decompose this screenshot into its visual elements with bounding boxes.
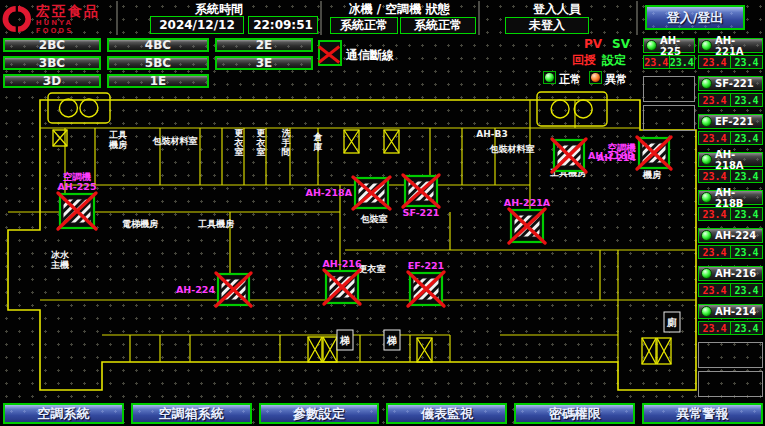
header-separator <box>116 1 118 35</box>
device-led-icon <box>646 40 657 51</box>
nav-button-1[interactable]: 空調系統 <box>3 403 124 424</box>
sv-name-label: 設定 <box>602 52 626 69</box>
stair-shaft-icon <box>308 337 322 362</box>
comm-offline-label: 通信斷線 <box>346 47 394 64</box>
device-pv-value: 23.4 <box>699 246 731 258</box>
floor-button-5bc[interactable]: 5BC <box>107 56 209 70</box>
floor-button-3bc[interactable]: 3BC <box>3 56 101 70</box>
stair-shaft-icon <box>384 130 399 153</box>
device-tile-ah-221a[interactable]: AH-221A <box>698 38 763 53</box>
map-unit-ah-225-label: AH-225 <box>57 181 96 192</box>
device-pv-value: 23.4 <box>644 56 670 68</box>
bottom-nav: 空調系統空調箱系統參數設定儀表監視密碼權限異常警報 <box>3 403 763 424</box>
hmi-screen: 宏亞食品 HUNYA FOODS 系統時間 2024/12/12 22:09:5… <box>0 0 765 426</box>
device-sv-value: 23.4 <box>731 56 762 68</box>
device-name: SF-221 <box>715 78 754 89</box>
device-values-ah-221a: 23.423.4 <box>698 55 763 69</box>
map-unit-sf-221-label: SF-221 <box>403 207 440 218</box>
device-tile-ah-224[interactable]: AH-224 <box>698 228 763 243</box>
nav-button-6[interactable]: 異常警報 <box>642 403 763 424</box>
device-tile-sf-221[interactable]: SF-221 <box>698 76 763 91</box>
machine-status-label: 冰機 / 空調機 狀態 <box>322 1 476 18</box>
floor-button-1e[interactable]: 1E <box>107 74 209 88</box>
map-unit-ah-218a-label: AH-218A <box>306 187 353 198</box>
device-tile-ah-218a[interactable]: AH-218A <box>698 152 763 167</box>
device-values-sf-221: 23.423.4 <box>698 93 763 107</box>
empty-device-slot <box>698 371 763 397</box>
device-name: AH-218B <box>715 187 762 209</box>
room-label: 機房 <box>642 170 662 180</box>
map-unit-ah-221a-label: AH-221A <box>504 197 551 208</box>
sv-header: SV <box>612 37 630 51</box>
device-sv-value: 23.4 <box>731 94 762 106</box>
device-tile-ah-214[interactable]: AH-214 <box>698 304 763 319</box>
device-pv-value: 23.4 <box>699 94 731 106</box>
room-label: 工具 <box>109 130 127 140</box>
device-sv-value: 23.4 <box>731 170 762 182</box>
floor-button-2bc[interactable]: 2BC <box>3 38 101 52</box>
map-unit-ef-221-label: EF-221 <box>408 260 444 271</box>
device-tile-ah-225[interactable]: AH-225 <box>643 38 695 53</box>
room-label: 主機 <box>50 260 69 270</box>
floor-button-2e[interactable]: 2E <box>215 38 313 52</box>
system-clock-value: 22:09:51 <box>248 16 318 34</box>
device-pv-value: 23.4 <box>699 208 731 220</box>
device-sv-value: 23.4 <box>731 132 762 144</box>
device-pv-value: 23.4 <box>699 170 731 182</box>
header-separator <box>636 1 638 35</box>
device-name: AH-224 <box>715 230 756 241</box>
device-pv-value: 23.4 <box>699 322 731 334</box>
device-sv-value: 23.4 <box>731 284 762 296</box>
device-tile-ah-218b[interactable]: AH-218B <box>698 190 763 205</box>
room-label: 包裝材料室 <box>152 136 198 146</box>
room-label: 洗手間 <box>281 128 292 157</box>
device-pv-value: 23.4 <box>699 284 731 296</box>
stair-shaft-icon <box>642 338 656 364</box>
device-name: EF-221 <box>715 116 753 127</box>
device-sv-value: 23.4 <box>731 246 762 258</box>
floor-button-3e[interactable]: 3E <box>215 56 313 70</box>
floor-plan: 工具機房包裝材料室更衣室更衣室洗手間倉庫AH-B3包裝材料室工具機房機房電梯機房… <box>0 90 698 395</box>
device-values-ah-225: 23.423.4 <box>643 55 695 69</box>
floor-button-3d[interactable]: 3D <box>3 74 101 88</box>
room-label: 更衣室 <box>359 264 386 274</box>
map-unit-ah-214-label: AH-214 <box>597 152 636 163</box>
room-label: 廁 <box>666 317 677 328</box>
elevator-icon <box>537 92 607 126</box>
floor-button-4bc[interactable]: 4BC <box>107 38 209 52</box>
device-pv-value: 23.4 <box>699 132 731 144</box>
chiller-status-value: 系統正常 <box>330 17 398 34</box>
device-led-icon <box>701 116 712 127</box>
map-unit-ah-224-label: AH-224 <box>176 284 215 295</box>
room-label: AH-B3 <box>476 129 507 139</box>
nav-button-2[interactable]: 空調箱系統 <box>131 403 252 424</box>
nav-button-3[interactable]: 參數設定 <box>259 403 380 424</box>
device-led-icon <box>701 306 712 317</box>
device-name: AH-221A <box>715 35 762 57</box>
normal-label: 正常 <box>559 72 581 87</box>
room-label: 電梯機房 <box>122 219 159 229</box>
device-values-ah-218b: 23.423.4 <box>698 207 763 221</box>
stair-shaft-icon <box>417 338 432 362</box>
room-label: 包裝材料室 <box>489 144 535 154</box>
device-sv-value: 23.4 <box>731 322 762 334</box>
device-led-icon <box>701 268 712 279</box>
login-logout-button[interactable]: 登入/登出 <box>645 5 745 30</box>
pv-header: PV <box>584 37 602 51</box>
device-led-icon <box>701 230 712 241</box>
stair-shaft-icon <box>344 130 359 153</box>
room-label: 機房 <box>108 140 128 150</box>
room-label: 梯 <box>339 335 350 346</box>
nav-button-5[interactable]: 密碼權限 <box>514 403 635 424</box>
floor-buttons: 2BC4BC2E3BC5BC3E3D1E <box>3 38 313 90</box>
abnormal-led-icon <box>589 71 602 84</box>
login-user-label: 登入人員 <box>482 1 632 18</box>
room-label: 包裝室 <box>360 214 388 224</box>
nav-button-4[interactable]: 儀表監視 <box>386 403 507 424</box>
device-tile-ef-221[interactable]: EF-221 <box>698 114 763 129</box>
elevator-icon <box>59 99 77 117</box>
device-name: AH-218A <box>715 149 762 171</box>
device-tile-ah-216[interactable]: AH-216 <box>698 266 763 281</box>
pv-name-label: 回授 <box>572 52 596 69</box>
device-sv-value: 23.4 <box>731 208 762 220</box>
